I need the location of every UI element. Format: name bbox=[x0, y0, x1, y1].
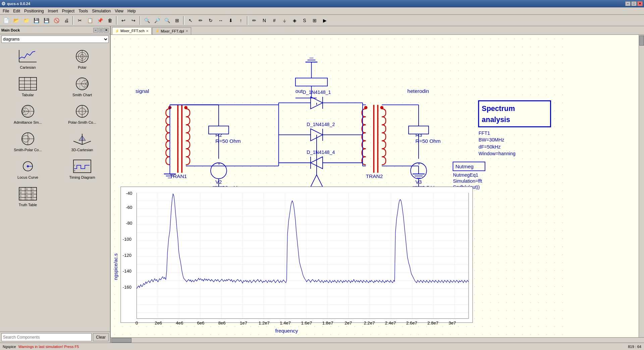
dock-max-btn[interactable]: □ bbox=[99, 28, 103, 33]
polar-label: Polar bbox=[78, 65, 87, 69]
status-engine: Ngspice bbox=[3, 345, 16, 349]
comp-cartesian[interactable]: Cartesian bbox=[1, 46, 54, 72]
tab-sch-close[interactable]: ✕ bbox=[146, 29, 149, 33]
toolbar-ground[interactable]: ⏚ bbox=[280, 16, 289, 25]
toolbar-save-as[interactable]: 💾 bbox=[42, 16, 51, 25]
svg-text:0: 0 bbox=[136, 320, 138, 326]
svg-text:Nutmeg: Nutmeg bbox=[455, 164, 474, 169]
toolbar-mirror[interactable]: ↔ bbox=[216, 16, 225, 25]
schematic-area[interactable]: TRAN1 bbox=[111, 35, 644, 343]
toolbar-copy[interactable]: 📋 bbox=[85, 16, 95, 25]
signal-label: signal bbox=[136, 88, 149, 94]
toolbar-zoom-all[interactable]: ⊞ bbox=[172, 16, 182, 25]
out-label: out bbox=[296, 88, 303, 94]
toolbar-close[interactable]: 🚫 bbox=[52, 16, 61, 25]
3d-cartesian-icon bbox=[72, 130, 92, 147]
tab-sch[interactable]: ⚡ Mixer_FFT.sch ✕ bbox=[112, 27, 152, 35]
toolbar-zoom-fit[interactable]: 🔍 bbox=[142, 16, 152, 25]
toolbar-wire[interactable]: ↑ bbox=[236, 16, 246, 25]
comp-smith-chart[interactable]: Smith Chart bbox=[56, 73, 109, 99]
svg-text:-120: -120 bbox=[123, 253, 131, 258]
comp-tabular[interactable]: Tabular bbox=[1, 73, 54, 99]
toolbar-new[interactable]: 📄 bbox=[1, 16, 11, 25]
svg-text:0: 0 bbox=[20, 191, 21, 194]
search-input[interactable] bbox=[1, 333, 92, 341]
horizontal-scrollbar[interactable] bbox=[111, 337, 644, 343]
svg-text:2e7: 2e7 bbox=[344, 320, 352, 326]
svg-rect-119 bbox=[296, 78, 327, 86]
menu-simulation[interactable]: Simulation bbox=[90, 8, 113, 14]
comp-truth-table[interactable]: 0 0 1 0 1 0 1 0 0 1 1 1 Truth Table bbox=[1, 183, 54, 209]
svg-text:1.4e7: 1.4e7 bbox=[280, 320, 291, 326]
toolbar-print[interactable]: 🖨 bbox=[62, 16, 71, 25]
vertical-scrollbar[interactable] bbox=[639, 35, 644, 343]
toolbar-cut[interactable]: ✂ bbox=[75, 16, 85, 25]
menu-help[interactable]: Help bbox=[125, 8, 138, 14]
svg-marker-37 bbox=[79, 136, 86, 140]
left-panel: Projects Content Components Libraries Ma… bbox=[0, 26, 111, 343]
menu-file[interactable]: File bbox=[1, 8, 11, 14]
tabular-label: Tabular bbox=[22, 93, 34, 97]
svg-text:1: 1 bbox=[20, 195, 21, 197]
toolbar-zoom-in[interactable]: 🔎 bbox=[152, 16, 162, 25]
comp-3d-cartesian[interactable]: 3D-Cartesian bbox=[56, 128, 109, 154]
svg-rect-43 bbox=[73, 160, 91, 173]
comp-polar-smith[interactable]: Polar-Smith Co... bbox=[56, 101, 109, 127]
toolbar-delete[interactable]: 🗑 bbox=[105, 16, 115, 25]
heterodin-label: heterodin bbox=[408, 88, 429, 94]
menu-positioning[interactable]: Positioning bbox=[22, 8, 46, 14]
titlebar-left: ⚙ qucs-s 0.0.24 bbox=[1, 1, 30, 6]
cartesian-icon bbox=[18, 48, 38, 65]
menu-edit[interactable]: Edit bbox=[11, 8, 22, 14]
clear-button[interactable]: Clear bbox=[93, 333, 109, 341]
menu-insert[interactable]: Insert bbox=[46, 8, 60, 14]
locus-curve-icon bbox=[18, 158, 38, 175]
toolbar-sep-2 bbox=[116, 16, 117, 25]
smith-polar-icon bbox=[18, 130, 38, 147]
toolbar-insert-comp[interactable]: ⬇ bbox=[226, 16, 235, 25]
menu-view[interactable]: View bbox=[113, 8, 125, 14]
maximize-button[interactable]: □ bbox=[631, 1, 637, 6]
svg-text:4e6: 4e6 bbox=[176, 320, 183, 326]
toolbar-rotate[interactable]: ↻ bbox=[206, 16, 215, 25]
toolbar-redo[interactable]: ↪ bbox=[129, 16, 138, 25]
minimize-button[interactable]: − bbox=[625, 1, 631, 6]
statusbar: Ngspice Warnings in last simulation! Pre… bbox=[0, 343, 644, 350]
menu-project[interactable]: Project bbox=[60, 8, 76, 14]
close-button[interactable]: ✕ bbox=[637, 1, 643, 6]
toolbar-open-proj[interactable]: 📂 bbox=[11, 16, 21, 25]
toolbar-num[interactable]: # bbox=[270, 16, 279, 25]
toolbar-name[interactable]: N bbox=[260, 16, 269, 25]
dock-min-btn[interactable]: − bbox=[93, 28, 98, 33]
tab-dpl[interactable]: ⚡ Mixer_FFT.dpl ✕ bbox=[152, 27, 191, 35]
toolbar-draw[interactable]: ✏ bbox=[250, 16, 259, 25]
tabular-icon bbox=[18, 75, 38, 92]
comp-admittance[interactable]: Admittance Sm... bbox=[1, 101, 54, 127]
toolbar-paste[interactable]: 📌 bbox=[95, 16, 105, 25]
comp-smith-polar[interactable]: Smith-Polar Co... bbox=[1, 128, 54, 154]
toolbar-port[interactable]: ◈ bbox=[290, 16, 299, 25]
toolbar-netlist[interactable]: ⊞ bbox=[310, 16, 319, 25]
dock-close-btn[interactable]: ✕ bbox=[104, 28, 109, 33]
toolbar-open[interactable]: 📁 bbox=[21, 16, 31, 25]
comp-polar[interactable]: Polar bbox=[56, 46, 109, 72]
toolbar-simulate[interactable]: ▶ bbox=[320, 16, 329, 25]
comp-timing-diagram[interactable]: 0 1 Timing Diagram bbox=[56, 156, 109, 182]
svg-text:-140: -140 bbox=[123, 269, 131, 274]
svg-point-16 bbox=[79, 78, 85, 84]
dock-title: Main Dock bbox=[1, 28, 20, 32]
toolbar-save[interactable]: 💾 bbox=[32, 16, 41, 25]
toolbar-undo[interactable]: ↩ bbox=[119, 16, 128, 25]
toolbar-select[interactable]: ↖ bbox=[186, 16, 195, 25]
toolbar-edit-comp[interactable]: ✏ bbox=[196, 16, 205, 25]
comp-locus-curve[interactable]: Locus Curve bbox=[1, 156, 54, 182]
svg-point-22 bbox=[25, 106, 31, 111]
menu-tools[interactable]: Tools bbox=[76, 8, 90, 14]
tab-dpl-close[interactable]: ✕ bbox=[185, 29, 188, 33]
svg-text:1.6e7: 1.6e7 bbox=[301, 320, 312, 326]
toolbar-spice[interactable]: S bbox=[300, 16, 309, 25]
category-dropdown[interactable]: diagrams lumped components sources probe… bbox=[1, 36, 109, 43]
svg-text:0: 0 bbox=[74, 170, 75, 172]
toolbar-zoom-out[interactable]: 🔍 bbox=[162, 16, 172, 25]
admittance-icon bbox=[18, 103, 38, 120]
